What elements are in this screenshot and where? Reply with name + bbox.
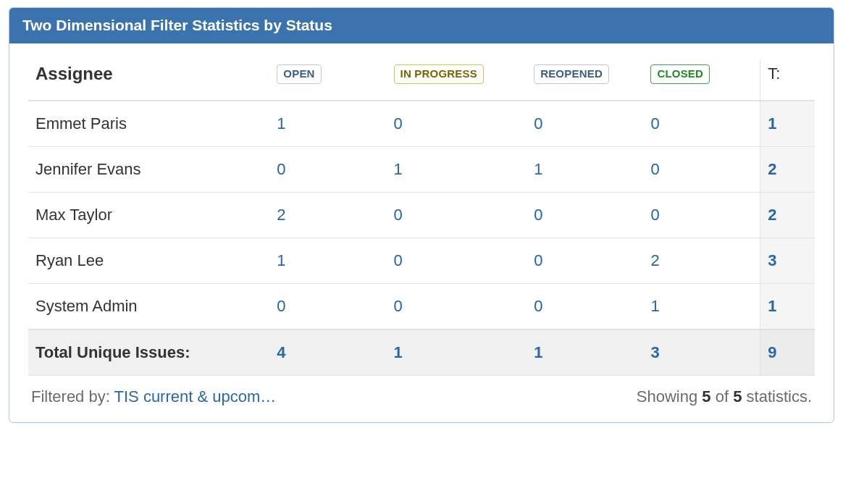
count-cell-closed: 2 xyxy=(643,238,760,284)
row-total-link[interactable]: 2 xyxy=(768,206,776,224)
assignee-cell: Max Taylor xyxy=(28,193,269,238)
table-row: Emmet Paris10001 xyxy=(28,101,815,147)
row-total-link[interactable]: 1 xyxy=(768,114,776,133)
row-total-link[interactable]: 2 xyxy=(768,160,776,178)
count-cell-closed: 0 xyxy=(643,147,760,193)
table-header-row: Assignee OPEN IN PROGRESS REOPENED CLOSE… xyxy=(28,59,815,101)
count-link[interactable]: 0 xyxy=(277,297,285,315)
totals-link[interactable]: 1 xyxy=(394,343,403,361)
assignee-cell: Ryan Lee xyxy=(28,238,269,284)
column-header-closed[interactable]: CLOSED xyxy=(643,59,760,101)
count-cell-closed: 1 xyxy=(643,284,760,330)
gadget-body: Assignee OPEN IN PROGRESS REOPENED CLOSE… xyxy=(9,43,834,422)
grand-total-cell: 9 xyxy=(760,329,815,376)
totals-row: Total Unique Issues:41139 xyxy=(28,329,815,376)
count-link[interactable]: 0 xyxy=(650,206,659,224)
filter-link[interactable]: TIS current & upcom… xyxy=(114,387,277,406)
gadget-title: Two Dimensional Filter Statistics by Sta… xyxy=(9,8,834,43)
count-cell-reopened: 0 xyxy=(527,238,643,284)
totals-label: Total Unique Issues: xyxy=(28,329,269,376)
totals-link[interactable]: 3 xyxy=(650,343,659,361)
totals-cell-inprogress: 1 xyxy=(387,329,527,376)
status-lozenge-inprogress: IN PROGRESS xyxy=(394,64,484,83)
count-link[interactable]: 0 xyxy=(534,206,542,224)
count-cell-open: 0 xyxy=(269,284,386,330)
table-row: Ryan Lee10023 xyxy=(28,238,815,284)
column-header-inprogress[interactable]: IN PROGRESS xyxy=(387,59,527,101)
totals-cell-reopened: 1 xyxy=(527,329,643,376)
stats-table: Assignee OPEN IN PROGRESS REOPENED CLOSE… xyxy=(28,59,815,376)
count-link[interactable]: 0 xyxy=(534,297,542,315)
row-total-cell: 2 xyxy=(760,147,815,193)
count-cell-inprogress: 1 xyxy=(387,147,527,193)
count-link[interactable]: 1 xyxy=(394,160,403,178)
showing-n: 5 xyxy=(702,387,710,406)
count-link[interactable]: 1 xyxy=(650,297,659,315)
count-cell-open: 0 xyxy=(269,147,386,193)
count-link[interactable]: 0 xyxy=(534,251,542,269)
count-link[interactable]: 0 xyxy=(650,160,659,178)
count-cell-open: 1 xyxy=(269,101,386,147)
column-header-open[interactable]: OPEN xyxy=(269,59,386,101)
showing-prefix: Showing xyxy=(637,387,702,406)
assignee-cell: System Admin xyxy=(28,284,269,330)
count-link[interactable]: 0 xyxy=(650,114,659,133)
grand-total-link[interactable]: 9 xyxy=(768,343,776,361)
table-row: Max Taylor20002 xyxy=(28,193,815,238)
filter-stats-gadget: Two Dimensional Filter Statistics by Sta… xyxy=(9,7,834,423)
assignee-cell: Emmet Paris xyxy=(28,101,269,147)
count-link[interactable]: 2 xyxy=(277,206,285,224)
stats-table-body: Emmet Paris10001Jennifer Evans01102Max T… xyxy=(28,101,815,376)
count-cell-reopened: 0 xyxy=(527,193,643,238)
count-cell-inprogress: 0 xyxy=(387,193,527,238)
gadget-footer: Filtered by: TIS current & upcom… Showin… xyxy=(28,376,815,409)
count-cell-open: 1 xyxy=(269,238,386,284)
count-link[interactable]: 0 xyxy=(394,297,403,315)
column-header-assignee: Assignee xyxy=(28,59,269,101)
totals-link[interactable]: 4 xyxy=(277,343,285,361)
row-total-cell: 2 xyxy=(760,193,815,238)
table-row: Jennifer Evans01102 xyxy=(28,147,815,193)
count-link[interactable]: 0 xyxy=(394,251,403,269)
showing-total: 5 xyxy=(733,387,742,406)
column-header-reopened[interactable]: REOPENED xyxy=(527,59,643,101)
filtered-by-label: Filtered by: xyxy=(31,387,114,406)
count-link[interactable]: 1 xyxy=(534,160,542,178)
status-lozenge-reopened: REOPENED xyxy=(534,64,609,83)
count-cell-inprogress: 0 xyxy=(387,238,527,284)
totals-cell-open: 4 xyxy=(269,329,386,376)
count-link[interactable]: 0 xyxy=(394,114,403,133)
row-total-cell: 1 xyxy=(760,284,815,330)
count-cell-reopened: 0 xyxy=(527,284,643,330)
count-link[interactable]: 2 xyxy=(650,251,659,269)
count-cell-inprogress: 0 xyxy=(387,284,527,330)
filtered-by: Filtered by: TIS current & upcom… xyxy=(31,387,276,406)
count-cell-closed: 0 xyxy=(643,101,760,147)
totals-cell-closed: 3 xyxy=(643,329,760,376)
showing-stats: Showing 5 of 5 statistics. xyxy=(637,387,812,406)
count-cell-reopened: 1 xyxy=(527,147,643,193)
count-link[interactable]: 1 xyxy=(277,251,285,269)
row-total-link[interactable]: 3 xyxy=(768,251,776,269)
showing-of: of xyxy=(711,387,734,406)
count-link[interactable]: 1 xyxy=(277,114,285,133)
status-lozenge-open: OPEN xyxy=(277,64,321,83)
count-link[interactable]: 0 xyxy=(534,114,542,133)
showing-suffix: statistics. xyxy=(742,387,812,406)
count-link[interactable]: 0 xyxy=(277,160,285,178)
count-cell-reopened: 0 xyxy=(527,101,643,147)
row-total-cell: 3 xyxy=(760,238,815,284)
count-link[interactable]: 0 xyxy=(394,206,403,224)
count-cell-inprogress: 0 xyxy=(387,101,527,147)
column-header-total: T: xyxy=(760,59,815,101)
row-total-cell: 1 xyxy=(760,101,815,147)
totals-link[interactable]: 1 xyxy=(534,343,542,361)
count-cell-closed: 0 xyxy=(643,193,760,238)
count-cell-open: 2 xyxy=(269,193,386,238)
row-total-link[interactable]: 1 xyxy=(768,297,776,315)
table-row: System Admin00011 xyxy=(28,284,815,330)
assignee-cell: Jennifer Evans xyxy=(28,147,269,193)
status-lozenge-closed: CLOSED xyxy=(650,64,710,83)
